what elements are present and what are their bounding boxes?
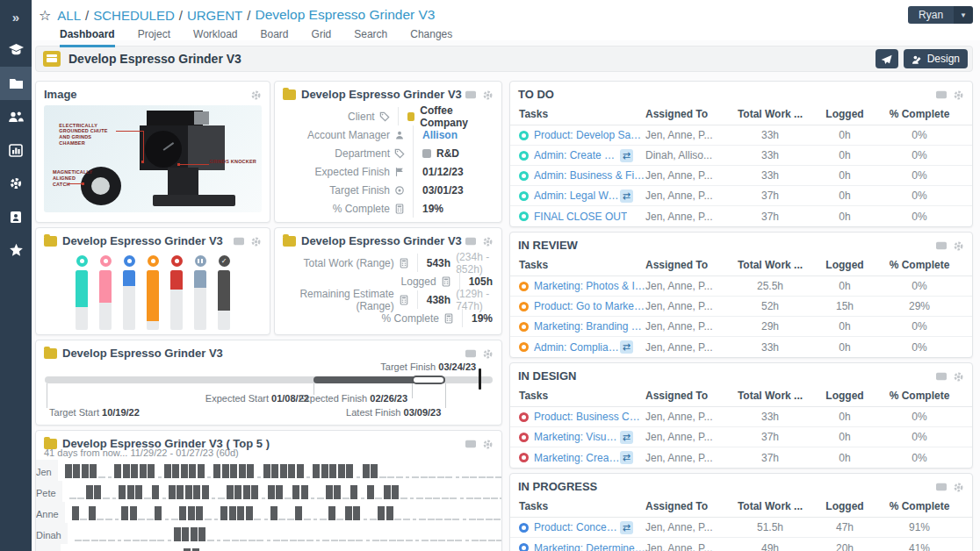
panel-title: IN DESIGN bbox=[518, 369, 576, 383]
folder-icon bbox=[283, 236, 296, 247]
card-icon[interactable] bbox=[465, 88, 477, 100]
task-link[interactable]: Admin: Business & Financial Modeling bbox=[534, 169, 645, 182]
tab-dashboard[interactable]: Dashboard bbox=[60, 28, 115, 47]
card-icon[interactable] bbox=[935, 480, 948, 492]
send-button[interactable] bbox=[876, 49, 898, 68]
breadcrumb-current[interactable]: Develop Espresso Grinder V3 bbox=[255, 7, 435, 23]
task-link[interactable]: Admin: Legal Work bbox=[534, 190, 620, 202]
gear-icon[interactable] bbox=[953, 480, 964, 492]
project-actions: Design bbox=[876, 49, 968, 68]
dependency-icon[interactable]: ⇄ bbox=[620, 521, 633, 534]
tab-board[interactable]: Board bbox=[261, 28, 289, 47]
project-folder-icon bbox=[43, 51, 61, 67]
column-header-3: Logged bbox=[814, 259, 876, 271]
status-donut-icon bbox=[519, 282, 529, 291]
logged-hours: 0h bbox=[814, 280, 876, 292]
task-link[interactable]: Admin: Compliance Work bbox=[534, 341, 620, 354]
sidebar-item-favorites[interactable] bbox=[0, 233, 32, 267]
logged-hours: 20h bbox=[814, 542, 876, 551]
column-header-0: Tasks bbox=[519, 500, 645, 512]
card-icon[interactable] bbox=[465, 437, 477, 449]
design-button[interactable]: Design bbox=[904, 49, 968, 68]
card-icon[interactable] bbox=[465, 234, 477, 247]
tab-workload[interactable]: Workload bbox=[193, 28, 237, 47]
tab-grid[interactable]: Grid bbox=[312, 28, 332, 47]
panel-title: IN PROGRESS bbox=[518, 480, 597, 493]
tab-changes[interactable]: Changes bbox=[410, 28, 452, 47]
percent-complete: 41% bbox=[876, 542, 963, 551]
gear-icon[interactable] bbox=[953, 239, 964, 251]
card-icon[interactable] bbox=[935, 88, 948, 100]
column-header-4: % Complete bbox=[876, 108, 963, 120]
gear-icon[interactable] bbox=[953, 88, 964, 100]
task-link[interactable]: Marketing: Photos & Illustrations bbox=[534, 280, 645, 292]
task-link[interactable]: Product: Develop Samples or Prototype bbox=[534, 129, 645, 141]
app-root: » ☆ ALL / SCHEDULED / URGENT / Develop E… bbox=[0, 0, 980, 551]
gear-icon[interactable] bbox=[953, 369, 964, 382]
task-link[interactable]: Product: Concept Development bbox=[534, 521, 620, 533]
sidebar-item-reports[interactable] bbox=[0, 133, 32, 167]
user-name[interactable]: Ryan bbox=[908, 6, 954, 24]
card-icon[interactable] bbox=[935, 369, 948, 382]
dependency-icon[interactable]: ⇄ bbox=[620, 451, 633, 464]
sidebar-item-projects[interactable] bbox=[0, 67, 32, 100]
card-icon[interactable] bbox=[465, 347, 477, 359]
table-row: Product: Concept Development⇄Jen, Anne, … bbox=[510, 518, 972, 538]
task-link[interactable]: Product: Business Case bbox=[534, 411, 645, 423]
sidebar-item-contacts[interactable] bbox=[0, 200, 32, 233]
sidebar-item-academy[interactable] bbox=[0, 33, 32, 67]
breadcrumb-all[interactable]: ALL bbox=[57, 8, 81, 23]
folder-icon bbox=[9, 77, 24, 89]
gear-icon[interactable] bbox=[482, 234, 494, 247]
gear-icon[interactable] bbox=[482, 437, 494, 449]
property-value[interactable]: Allison bbox=[414, 129, 458, 141]
task-link[interactable]: Marketing: Create Marketing Videos bbox=[534, 452, 620, 464]
topbar: ☆ ALL / SCHEDULED / URGENT / Develop Esp… bbox=[32, 0, 980, 40]
user-menu-button[interactable]: Ryan ▼ bbox=[908, 6, 973, 24]
task-link[interactable]: FINAL CLOSE OUT bbox=[534, 211, 627, 223]
sidebar-item-settings[interactable] bbox=[0, 167, 32, 200]
workload-member-name: Jen bbox=[36, 460, 58, 481]
task-link[interactable]: Marketing: Determine Marketing Channels bbox=[534, 542, 645, 551]
column-header-0: Tasks bbox=[519, 259, 645, 271]
dependency-icon[interactable]: ⇄ bbox=[620, 149, 633, 162]
table-row: Admin: Create Product SKU⇄Dinah, Alliso.… bbox=[510, 146, 972, 166]
breadcrumb-scheduled[interactable]: SCHEDULED bbox=[93, 8, 175, 23]
assigned-to: Jen, Anne, P... bbox=[645, 320, 726, 333]
gear-icon[interactable] bbox=[482, 347, 494, 359]
task-panel-in-review: IN REVIEWTasksAssigned ToTotal Work ...L… bbox=[509, 232, 973, 358]
view-tabs: DashboardProjectWorkloadBoardGridSearchC… bbox=[60, 28, 973, 47]
dependency-icon[interactable]: ⇄ bbox=[620, 190, 633, 203]
total-work: 37h bbox=[726, 452, 814, 464]
tab-project[interactable]: Project bbox=[138, 28, 170, 47]
status-donut-icon bbox=[519, 131, 529, 140]
tab-search[interactable]: Search bbox=[354, 28, 387, 47]
property-label: Client bbox=[284, 107, 399, 125]
card-icon[interactable] bbox=[233, 234, 245, 247]
assigned-to: Jen, Anne, P... bbox=[645, 129, 726, 141]
target-finish-label: Target Finish 03/24/23 bbox=[380, 361, 476, 372]
dependency-icon[interactable]: ⇄ bbox=[620, 431, 633, 444]
calculator-icon bbox=[399, 257, 409, 269]
gear-icon[interactable] bbox=[250, 234, 262, 247]
status-chart-widget: Develop Espresso Grinder V3 ✓ bbox=[35, 227, 270, 335]
favorite-star-icon[interactable]: ☆ bbox=[39, 7, 51, 24]
dependency-icon[interactable]: ⇄ bbox=[620, 340, 633, 354]
breadcrumb-urgent[interactable]: URGENT bbox=[187, 8, 242, 23]
gear-icon[interactable] bbox=[482, 88, 494, 100]
sidebar-item-people[interactable] bbox=[0, 100, 32, 133]
task-link[interactable]: Admin: Create Product SKU bbox=[534, 149, 620, 161]
sidebar-item-collapse-expand[interactable]: » bbox=[0, 0, 32, 33]
total-work: 37h bbox=[726, 431, 814, 443]
property-row: Target Finish03/01/23 bbox=[284, 181, 493, 199]
card-icon[interactable] bbox=[935, 239, 948, 251]
task-link[interactable]: Marketing: Branding Review bbox=[534, 320, 645, 333]
total-work: 49h bbox=[726, 542, 814, 551]
task-link[interactable]: Product: Go to Market Plan bbox=[534, 300, 645, 312]
property-label: Target Finish bbox=[284, 181, 414, 199]
chevron-down-icon[interactable]: ▼ bbox=[954, 6, 973, 24]
double-chevron-right-icon: » bbox=[12, 10, 19, 25]
calculator-icon bbox=[443, 312, 454, 325]
gear-icon[interactable] bbox=[250, 88, 262, 100]
task-link[interactable]: Marketing: Visual Design Brief bbox=[534, 431, 620, 443]
